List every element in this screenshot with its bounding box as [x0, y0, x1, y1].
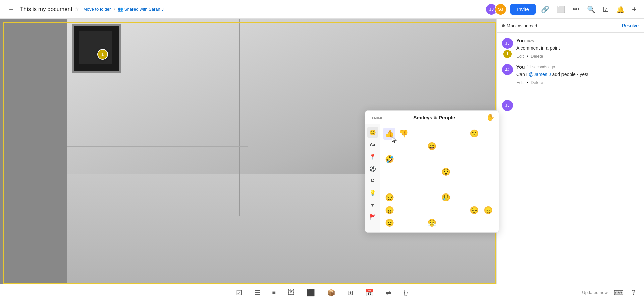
delete-comment-2[interactable]: Delete: [531, 80, 543, 85]
emoji-empty-22[interactable]: [412, 166, 424, 178]
toolbar-dropbox[interactable]: 📦: [325, 287, 337, 299]
emoji-empty-26[interactable]: [482, 166, 494, 178]
emoji-empty-12[interactable]: [482, 140, 494, 153]
emoji-angry[interactable]: 😠: [383, 204, 395, 216]
emoji-empty-1[interactable]: [412, 128, 424, 140]
toolbar-embed[interactable]: ⬛: [305, 287, 317, 299]
emoji-empty-7[interactable]: [397, 140, 410, 153]
emoji-empty-28[interactable]: [397, 179, 410, 191]
emoji-cat-places[interactable]: 📍: [367, 151, 378, 162]
emoji-cat-flags[interactable]: 🚩: [367, 212, 378, 222]
toolbar-table[interactable]: ⊞: [345, 287, 355, 299]
emoji-empty-14[interactable]: [412, 153, 424, 165]
invite-button[interactable]: Invite: [510, 4, 536, 15]
present-icon-button[interactable]: ⬜: [555, 3, 567, 15]
toolbar-bullet-list[interactable]: ☰: [252, 287, 262, 299]
emoji-empty-34[interactable]: [482, 179, 494, 191]
emoji-empty-6[interactable]: [383, 140, 395, 153]
emoji-empty-15[interactable]: [426, 153, 438, 165]
emoji-disappointed[interactable]: 😞: [482, 204, 494, 216]
emoji-empty-30[interactable]: [426, 179, 438, 191]
link-icon-button[interactable]: 🔗: [539, 3, 551, 15]
help-button[interactable]: ?: [630, 287, 637, 298]
toolbar-code[interactable]: {}: [401, 287, 410, 298]
emoji-empty-33[interactable]: [468, 179, 480, 191]
emoji-empty-25[interactable]: [468, 166, 480, 178]
emoji-cat-smileys[interactable]: 🙂: [367, 127, 378, 138]
emoji-rofl[interactable]: 🤣: [383, 153, 395, 165]
emoji-grin[interactable]: 😄: [426, 140, 438, 153]
emoji-empty-29[interactable]: [412, 179, 424, 191]
emoji-empty-48[interactable]: [440, 217, 452, 229]
comment-pin-1[interactable]: 1: [97, 49, 108, 60]
emoji-empty-37[interactable]: [426, 191, 438, 204]
emoji-empty-45[interactable]: [454, 204, 466, 216]
notifications-button[interactable]: 🔔: [614, 3, 627, 15]
emoji-empty-40[interactable]: [482, 191, 494, 204]
emoji-cat-objects[interactable]: 🖥: [367, 175, 378, 186]
keyboard-button[interactable]: ⌨: [612, 287, 626, 299]
emoji-unamused[interactable]: 😒: [383, 191, 395, 204]
emoji-empty-4[interactable]: [454, 128, 466, 140]
emoji-empty-47[interactable]: [412, 217, 424, 229]
emoji-empty-39[interactable]: [468, 191, 480, 204]
emoji-empty-50[interactable]: [468, 217, 480, 229]
toolbar-image[interactable]: 🖼: [286, 287, 297, 298]
emoji-empty-42[interactable]: [412, 204, 424, 216]
emoji-empty-23[interactable]: [426, 166, 438, 178]
emoji-thumbsup[interactable]: 👍: [383, 128, 395, 140]
emoji-empty-35[interactable]: [397, 191, 410, 204]
delete-comment-1[interactable]: Delete: [531, 54, 543, 59]
emoji-empty-38[interactable]: [454, 191, 466, 204]
mark-unread-label[interactable]: Mark as unread: [507, 23, 537, 28]
star-icon[interactable]: ☆: [74, 6, 79, 12]
toolbar-divider[interactable]: ⇌: [384, 287, 393, 299]
emoji-thumbsdown[interactable]: 👎: [397, 128, 410, 140]
move-to-folder-link[interactable]: Move to folder: [83, 7, 111, 12]
emoji-empty-20[interactable]: [383, 166, 395, 178]
emoji-cat-activities[interactable]: ⚽: [367, 163, 378, 174]
emoji-empty-43[interactable]: [426, 204, 438, 216]
emoji-empty-31[interactable]: [440, 179, 452, 191]
emoji-empty-3[interactable]: [440, 128, 452, 140]
emoji-empty-10[interactable]: [454, 140, 466, 153]
emoji-empty-36[interactable]: [412, 191, 424, 204]
hand-icon-button[interactable]: ✋: [486, 113, 495, 121]
search-button[interactable]: 🔍: [585, 3, 597, 15]
emoji-empty-17[interactable]: [454, 153, 466, 165]
emoji-empty-27[interactable]: [383, 179, 395, 191]
checklist-button[interactable]: ☑: [601, 3, 611, 15]
emoji-empty-49[interactable]: [454, 217, 466, 229]
emoji-empty-44[interactable]: [440, 204, 452, 216]
edit-comment-1[interactable]: Edit: [516, 54, 524, 59]
toolbar-calendar[interactable]: 📅: [363, 287, 376, 299]
emoji-cry[interactable]: 😢: [440, 191, 452, 204]
emoji-frown[interactable]: 🙁: [468, 128, 480, 140]
emoji-empty-16[interactable]: [440, 153, 452, 165]
emoji-steam[interactable]: 😤: [426, 217, 438, 229]
emoji-empty-51[interactable]: [482, 217, 494, 229]
emoji-empty-9[interactable]: [440, 140, 452, 153]
more-options-button[interactable]: •••: [571, 3, 582, 15]
emoji-empty-32[interactable]: [454, 179, 466, 191]
emoji-worried[interactable]: 😟: [383, 217, 395, 229]
emoji-empty-19[interactable]: [482, 153, 494, 165]
emoji-empty-11[interactable]: [468, 140, 480, 153]
toolbar-checkbox[interactable]: ☑: [234, 287, 244, 299]
emoji-empty-8[interactable]: [412, 140, 424, 153]
toolbar-numbered-list[interactable]: ≡: [270, 287, 278, 298]
emoji-empty-18[interactable]: [468, 153, 480, 165]
emoji-empty-21[interactable]: [397, 166, 410, 178]
back-button[interactable]: ←: [5, 4, 17, 14]
add-button[interactable]: +: [630, 3, 639, 16]
emoji-empty-24[interactable]: [454, 166, 466, 178]
emoji-empty-13[interactable]: [397, 153, 410, 165]
resolve-button[interactable]: Resolve: [622, 23, 639, 28]
emoji-cat-heart[interactable]: ♥: [367, 200, 378, 210]
emoji-empty-5[interactable]: [482, 128, 494, 140]
emoji-empty-41[interactable]: [397, 204, 410, 216]
emoji-empty-46[interactable]: [397, 217, 410, 229]
emoji-cat-text[interactable]: Aa: [367, 139, 378, 150]
emoji-cat-symbols[interactable]: 💡: [367, 187, 378, 198]
emoji-hushed[interactable]: 😯: [440, 166, 452, 178]
